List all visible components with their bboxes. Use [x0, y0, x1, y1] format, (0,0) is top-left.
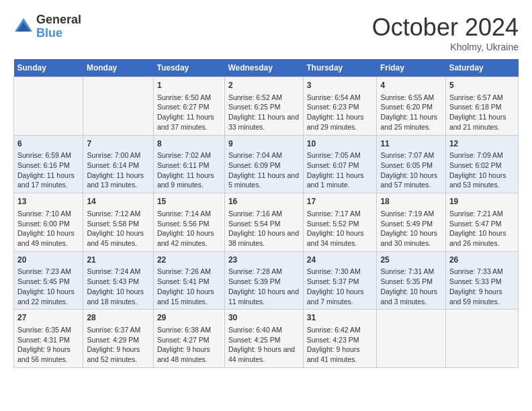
day-info: Sunset: 6:11 PM [157, 161, 221, 171]
day-header-saturday: Saturday [445, 59, 518, 77]
calendar-cell: 19Sunrise: 7:21 AMSunset: 5:47 PMDayligh… [445, 193, 518, 252]
day-info: Sunrise: 7:09 AM [449, 150, 515, 161]
day-number: 21 [87, 255, 150, 266]
month-title: October 2024 [372, 13, 519, 42]
day-number: 15 [157, 196, 221, 208]
day-number: 22 [157, 255, 221, 266]
calendar-week-row: 13Sunrise: 7:10 AMSunset: 6:00 PMDayligh… [14, 193, 519, 252]
day-info: Sunset: 5:58 PM [87, 219, 150, 229]
day-info: Daylight: 11 hours and 9 minutes. [157, 171, 221, 190]
day-info: Sunset: 4:25 PM [228, 335, 300, 345]
calendar-cell: 6Sunrise: 6:59 AMSunset: 6:16 PMDaylight… [14, 135, 83, 193]
day-info: Sunset: 6:02 PM [449, 161, 515, 171]
day-info: Daylight: 10 hours and 18 minutes. [87, 287, 150, 306]
day-info: Sunrise: 6:40 AM [228, 325, 300, 335]
day-info: Daylight: 11 hours and 5 minutes. [228, 171, 300, 190]
day-info: Sunrise: 6:35 AM [17, 325, 79, 335]
day-info: Sunset: 6:23 PM [307, 102, 373, 112]
day-header-wednesday: Wednesday [224, 59, 303, 77]
day-info: Sunset: 6:27 PM [157, 102, 221, 112]
day-info: Sunrise: 6:42 AM [307, 325, 373, 335]
day-info: Sunset: 6:16 PM [17, 161, 79, 171]
day-info: Sunset: 5:47 PM [449, 219, 515, 229]
day-header-tuesday: Tuesday [153, 59, 224, 77]
day-info: Daylight: 10 hours and 3 minutes. [380, 287, 442, 306]
location: Kholmy, Ukraine [372, 42, 519, 52]
calendar-week-row: 1Sunrise: 6:50 AMSunset: 6:27 PMDaylight… [14, 77, 519, 136]
day-header-sunday: Sunday [14, 59, 83, 77]
day-info: Daylight: 10 hours and 45 minutes. [87, 228, 150, 248]
calendar-cell: 3Sunrise: 6:54 AMSunset: 6:23 PMDaylight… [303, 77, 377, 136]
day-number: 17 [307, 196, 373, 208]
calendar-body: 1Sunrise: 6:50 AMSunset: 6:27 PMDaylight… [14, 77, 519, 368]
day-info: Sunrise: 6:54 AM [307, 93, 373, 103]
day-info: Daylight: 10 hours and 15 minutes. [157, 287, 221, 306]
calendar-cell [83, 77, 154, 136]
calendar-cell: 9Sunrise: 7:04 AMSunset: 6:09 PMDaylight… [224, 135, 303, 193]
day-info: Daylight: 11 hours and 1 minute. [307, 171, 373, 190]
day-number: 5 [449, 80, 515, 91]
day-info: Daylight: 9 hours and 56 minutes. [17, 345, 79, 364]
day-info: Daylight: 9 hours and 41 minutes. [307, 345, 373, 364]
day-info: Sunset: 4:29 PM [87, 335, 150, 345]
calendar-cell: 11Sunrise: 7:07 AMSunset: 6:05 PMDayligh… [377, 135, 446, 193]
day-number: 14 [87, 196, 150, 208]
day-info: Daylight: 11 hours and 37 minutes. [157, 112, 221, 132]
logo: General Blue [13, 13, 81, 40]
day-info: Sunrise: 7:07 AM [380, 150, 442, 161]
day-number: 4 [380, 80, 442, 91]
day-info: Sunset: 6:20 PM [380, 102, 442, 112]
calendar-cell: 25Sunrise: 7:31 AMSunset: 5:35 PMDayligh… [377, 251, 446, 310]
day-info: Sunset: 6:09 PM [228, 161, 300, 171]
day-info: Daylight: 11 hours and 13 minutes. [87, 171, 150, 190]
calendar-cell: 8Sunrise: 7:02 AMSunset: 6:11 PMDaylight… [153, 135, 224, 193]
calendar-cell: 12Sunrise: 7:09 AMSunset: 6:02 PMDayligh… [445, 135, 518, 193]
logo-blue: Blue [36, 27, 81, 40]
day-number: 12 [449, 138, 515, 150]
day-number: 23 [228, 255, 300, 266]
day-info: Sunrise: 7:26 AM [157, 267, 221, 277]
day-number: 18 [380, 196, 442, 208]
day-number: 29 [157, 312, 221, 324]
day-info: Sunrise: 7:02 AM [157, 150, 221, 161]
day-info: Daylight: 10 hours and 42 minutes. [157, 228, 221, 248]
day-header-thursday: Thursday [303, 59, 377, 77]
logo-icon [13, 17, 34, 37]
day-info: Sunrise: 6:50 AM [157, 93, 221, 103]
day-number: 27 [17, 312, 79, 324]
day-info: Daylight: 9 hours and 44 minutes. [228, 345, 300, 364]
calendar-cell: 31Sunrise: 6:42 AMSunset: 4:23 PMDayligh… [303, 310, 377, 368]
calendar-week-row: 6Sunrise: 6:59 AMSunset: 6:16 PMDaylight… [14, 135, 519, 193]
day-number: 31 [307, 312, 373, 324]
day-number: 6 [17, 138, 79, 150]
calendar-cell: 2Sunrise: 6:52 AMSunset: 6:25 PMDaylight… [224, 77, 303, 136]
day-info: Daylight: 11 hours and 21 minutes. [449, 112, 515, 132]
calendar-cell: 1Sunrise: 6:50 AMSunset: 6:27 PMDaylight… [153, 77, 224, 136]
calendar-cell: 7Sunrise: 7:00 AMSunset: 6:14 PMDaylight… [83, 135, 154, 193]
day-number: 9 [228, 138, 300, 150]
day-number: 26 [449, 255, 515, 266]
calendar-cell [14, 77, 83, 136]
calendar-cell: 21Sunrise: 7:24 AMSunset: 5:43 PMDayligh… [83, 251, 154, 310]
day-number: 24 [307, 255, 373, 266]
day-info: Sunrise: 6:52 AM [228, 93, 300, 103]
day-info: Daylight: 10 hours and 57 minutes. [380, 171, 442, 190]
day-info: Daylight: 9 hours and 52 minutes. [87, 345, 150, 364]
day-info: Sunset: 5:41 PM [157, 277, 221, 287]
day-info: Sunset: 6:25 PM [228, 102, 300, 112]
calendar-cell: 24Sunrise: 7:30 AMSunset: 5:37 PMDayligh… [303, 251, 377, 310]
day-info: Daylight: 11 hours and 25 minutes. [380, 112, 442, 132]
day-info: Sunset: 5:45 PM [17, 277, 79, 287]
day-info: Daylight: 10 hours and 53 minutes. [449, 171, 515, 190]
calendar-week-row: 20Sunrise: 7:23 AMSunset: 5:45 PMDayligh… [14, 251, 519, 310]
day-info: Sunrise: 7:30 AM [307, 267, 373, 277]
day-info: Daylight: 11 hours and 17 minutes. [17, 171, 79, 190]
day-info: Sunrise: 7:00 AM [87, 150, 150, 161]
day-info: Daylight: 11 hours and 29 minutes. [307, 112, 373, 132]
logo-text: General Blue [36, 13, 81, 40]
calendar-cell: 22Sunrise: 7:26 AMSunset: 5:41 PMDayligh… [153, 251, 224, 310]
day-info: Sunset: 4:31 PM [17, 335, 79, 345]
calendar-header-row: SundayMondayTuesdayWednesdayThursdayFrid… [14, 59, 519, 77]
day-info: Sunrise: 7:23 AM [17, 267, 79, 277]
day-info: Sunset: 6:05 PM [380, 161, 442, 171]
